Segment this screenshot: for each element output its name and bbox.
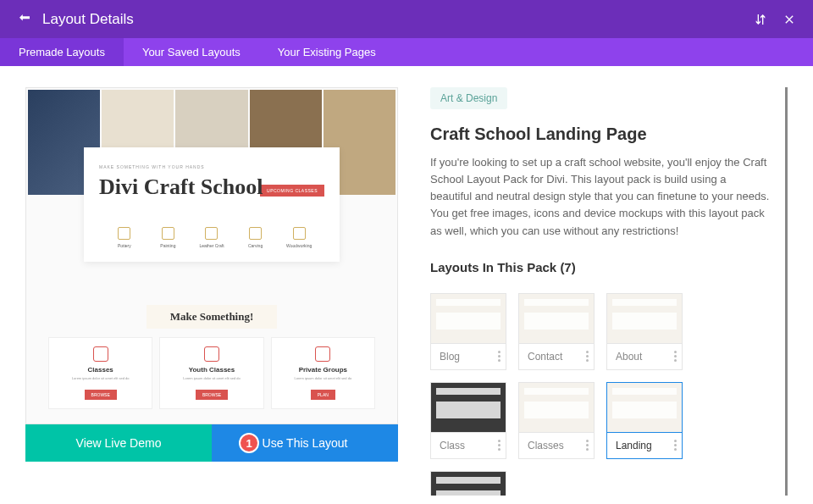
pack-title: Layouts In This Pack (7)	[430, 260, 770, 274]
thumb-about[interactable]: About	[606, 293, 683, 370]
thumb-contact[interactable]: Contact	[518, 293, 595, 370]
layout-description: If you're looking to set up a craft scho…	[430, 154, 770, 240]
preview-subtitle: MAKE SOMETHING WITH YOUR HANDS	[99, 164, 324, 169]
thumb-label: About	[616, 351, 642, 363]
kebab-icon[interactable]	[498, 351, 501, 362]
thumb-blog[interactable]: Blog	[430, 293, 506, 370]
layout-thumbnails: BlogContactAboutClassClassesLandingHome	[430, 293, 770, 496]
thumb-label: Landing	[616, 440, 652, 451]
demo-label: View Live Demo	[76, 436, 162, 450]
header: Layout Details	[0, 0, 813, 38]
kebab-icon[interactable]	[498, 440, 501, 451]
category-badge[interactable]: Art & Design	[430, 87, 507, 109]
thumb-landing[interactable]: Landing	[606, 382, 683, 459]
preview-cta: UPCOMING CLASSES	[260, 185, 324, 197]
kebab-icon[interactable]	[674, 351, 677, 362]
tab-premade-layouts[interactable]: Premade Layouts	[0, 38, 124, 66]
thumb-label: Classes	[528, 440, 564, 451]
layout-preview: MAKE SOMETHING WITH YOUR HANDS Divi Craf…	[25, 87, 398, 424]
thumb-label: Contact	[528, 351, 562, 363]
right-column: Art & Design Craft School Landing Page I…	[430, 87, 788, 496]
tabs: Premade LayoutsYour Saved LayoutsYour Ex…	[0, 38, 813, 66]
close-icon[interactable]	[783, 13, 796, 26]
use-layout-button[interactable]: 1 Use This Layout	[212, 424, 398, 462]
sort-icon[interactable]	[754, 13, 767, 26]
use-label: Use This Layout	[263, 436, 348, 450]
thumb-class[interactable]: Class	[430, 382, 506, 459]
left-column: MAKE SOMETHING WITH YOUR HANDS Divi Craf…	[25, 87, 398, 496]
back-icon[interactable]	[17, 12, 32, 27]
thumb-label: Blog	[440, 351, 460, 363]
page-title: Layout Details	[42, 11, 754, 28]
main: MAKE SOMETHING WITH YOUR HANDS Divi Craf…	[0, 66, 813, 504]
layout-title: Craft School Landing Page	[430, 125, 770, 144]
tab-your-existing-pages[interactable]: Your Existing Pages	[259, 38, 395, 66]
preview-mid: Make Something!	[147, 305, 278, 329]
thumb-label: Class	[440, 440, 465, 451]
thumb-classes[interactable]: Classes	[518, 382, 595, 459]
kebab-icon[interactable]	[674, 440, 677, 451]
header-actions	[754, 13, 796, 26]
step-marker: 1	[239, 433, 259, 453]
kebab-icon[interactable]	[586, 351, 589, 362]
action-buttons: View Live Demo 1 Use This Layout	[25, 424, 398, 462]
view-demo-button[interactable]: View Live Demo	[25, 424, 212, 462]
kebab-icon[interactable]	[586, 440, 589, 451]
tab-your-saved-layouts[interactable]: Your Saved Layouts	[124, 38, 259, 66]
thumb-home[interactable]: Home	[430, 471, 506, 496]
